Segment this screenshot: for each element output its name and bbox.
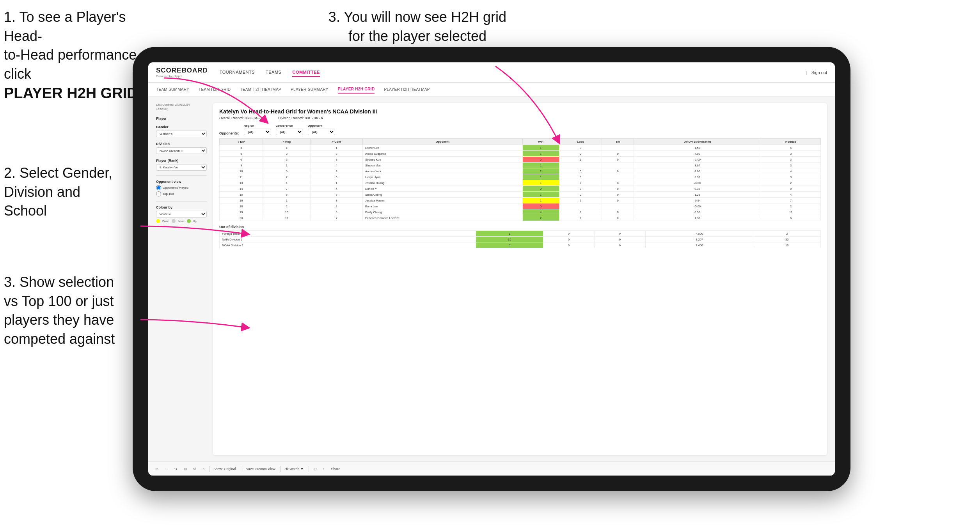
instruction-line1: 1. To see a Player's Head- — [4, 9, 126, 44]
instruction-mid-line1: 2. Select Gender, — [4, 165, 112, 181]
top100-radio[interactable] — [156, 191, 161, 196]
td-win: 0 — [522, 203, 559, 209]
td-reg: 7 — [263, 186, 311, 192]
ood-table-body: Foreign Team 1 0 0 4.500 2 NAIA Division… — [220, 231, 821, 248]
td-rounds: 4 — [761, 145, 821, 151]
td-tie: 0 — [602, 198, 634, 203]
resize-button[interactable]: ↕ — [321, 466, 327, 472]
td-opponent: Stella Cheng — [363, 192, 523, 198]
td-loss: 0 — [559, 174, 602, 180]
td-conf: 1 — [311, 145, 363, 151]
ood-loss: 0 — [543, 237, 594, 242]
ood-tie: 0 — [594, 231, 645, 237]
td-reg: 8 — [263, 192, 311, 198]
td-loss: 0 — [559, 192, 602, 198]
ood-rounds: 30 — [753, 237, 821, 242]
ood-win: 15 — [476, 237, 543, 242]
td-opponent: Emily Chang — [363, 209, 523, 215]
td-diff: 3.67 — [634, 163, 761, 168]
td-div: 14 — [220, 186, 263, 192]
td-reg: 10 — [263, 209, 311, 215]
th-tie: Tie — [602, 139, 634, 145]
td-opponent: Euna Lee — [363, 203, 523, 209]
opponent-filter: Opponent (All) — [308, 124, 335, 135]
td-div: 9 — [220, 163, 263, 168]
td-win: 1 — [522, 198, 559, 203]
td-div: 15 — [220, 192, 263, 198]
top100-option[interactable]: Top 100 — [156, 191, 207, 196]
share-button[interactable]: Share — [329, 466, 342, 472]
circle-button[interactable]: ○ — [201, 466, 206, 472]
sign-out-link[interactable]: Sign out — [811, 70, 827, 75]
watch-button[interactable]: 👁 Watch ▼ — [284, 466, 305, 472]
out-of-division-label: Out of division — [219, 225, 821, 229]
td-loss: 2 — [559, 186, 602, 192]
td-conf: 6 — [311, 209, 363, 215]
save-custom-view-button[interactable]: Save Custom View — [244, 466, 277, 472]
logo-main: SCOREBOARD — [156, 67, 208, 74]
table-row: 18 2 2 Euna Lee 0 -5.00 2 — [220, 203, 821, 209]
td-reg: 11 — [263, 215, 311, 221]
td-tie: 0 — [602, 209, 634, 215]
redo-button[interactable]: ↪ — [173, 466, 179, 472]
td-tie: 0 — [602, 157, 634, 163]
td-loss: 2 — [559, 198, 602, 203]
instruction-mid-line2: Division and — [4, 184, 80, 200]
opponents-played-radio[interactable] — [156, 185, 161, 190]
opponent-filter-label: Opponent — [308, 124, 335, 127]
td-div: 10 — [220, 168, 263, 174]
back-button[interactable]: ← — [163, 466, 170, 472]
td-reg: 2 — [263, 203, 311, 209]
sidebar-divider-1 — [156, 175, 207, 176]
td-tie — [602, 145, 634, 151]
th-conf: # Conf — [311, 139, 363, 145]
nav-separator: | — [806, 70, 808, 75]
ood-diff: 7.400 — [645, 242, 753, 248]
out-of-division-table: Foreign Team 1 0 0 4.500 2 NAIA Division… — [219, 230, 821, 248]
opponent-select[interactable]: (All) — [308, 129, 335, 135]
td-tie — [602, 163, 634, 168]
ood-diff: 9.267 — [645, 237, 753, 242]
layout-button[interactable]: ⊡ — [312, 466, 318, 472]
opponents-played-option[interactable]: Opponents Played — [156, 185, 207, 190]
table-row: 13 1 1 Jessica Huang 1 2 0 -3.00 2 — [220, 180, 821, 186]
td-diff: -3.00 — [634, 180, 761, 186]
toolbar-sep-2 — [241, 466, 241, 472]
td-div: 13 — [220, 180, 263, 186]
td-opponent: Federica Domecq Lacroze — [363, 215, 523, 221]
td-rounds: 6 — [761, 215, 821, 221]
undo-button[interactable]: ↩ — [154, 466, 160, 472]
table-row: 10 6 3 Andrea York 2 0 0 4.00 4 — [220, 168, 821, 174]
td-rounds: 11 — [761, 209, 821, 215]
player-rank-select[interactable]: 8. Katelyn Vo — [156, 164, 207, 171]
toolbar-sep-1 — [209, 466, 209, 472]
save-custom-view-label: Save Custom View — [246, 467, 275, 471]
grid-button[interactable]: ⊞ — [182, 466, 188, 472]
refresh-button[interactable]: ↺ — [192, 466, 198, 472]
td-tie — [602, 203, 634, 209]
ood-loss: 0 — [543, 231, 594, 237]
nav-committee[interactable]: COMMITTEE — [292, 68, 320, 77]
td-div: 11 — [220, 174, 263, 180]
td-loss — [559, 163, 602, 168]
arrow-2 — [410, 62, 585, 160]
td-tie: 0 — [602, 168, 634, 174]
watch-label: 👁 Watch ▼ — [285, 467, 304, 471]
td-conf: 2 — [311, 203, 363, 209]
ood-diff: 4.500 — [645, 231, 753, 237]
table-row: 9 1 4 Sharon Mun 1 3.67 3 — [220, 163, 821, 168]
td-tie: 0 — [602, 151, 634, 157]
view-original-button[interactable]: View: Original — [213, 466, 237, 472]
sidebar-divider-2 — [156, 201, 207, 202]
opponent-view-label: Opponent view — [156, 180, 207, 184]
td-reg: 1 — [263, 163, 311, 168]
table-row: 15 8 5 Stella Cheng 1 0 0 1.25 4 — [220, 192, 821, 198]
ood-rounds: 10 — [753, 242, 821, 248]
instruction-top-right: 3. You will now see H2H gridfor the play… — [320, 8, 515, 46]
td-loss: 1 — [559, 209, 602, 215]
td-opponent: Jessica Huang — [363, 180, 523, 186]
td-diff: 4.00 — [634, 168, 761, 174]
nav-right: | Sign out — [806, 70, 827, 75]
td-tie: 0 — [602, 192, 634, 198]
sub-nav-player-h2h-grid[interactable]: PLAYER H2H GRID — [338, 85, 375, 94]
